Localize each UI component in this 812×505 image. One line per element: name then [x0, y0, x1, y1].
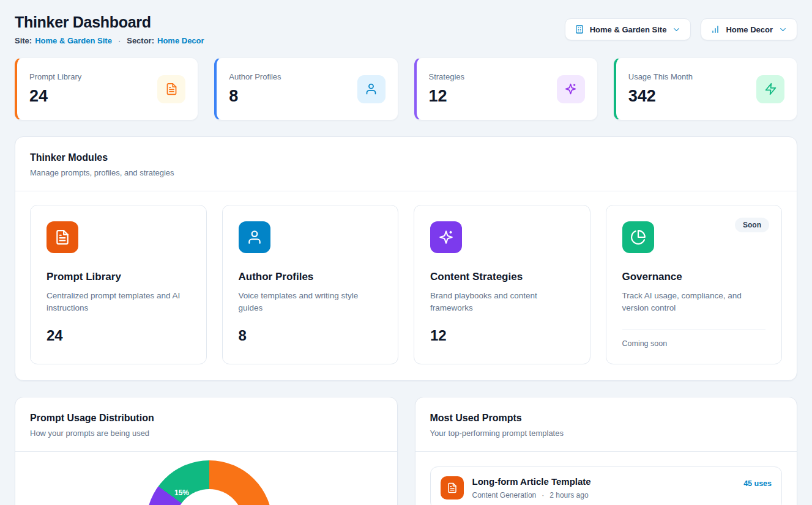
stat-label: Usage This Month: [628, 72, 693, 81]
stat-card-usage: Usage This Month 342: [614, 57, 797, 120]
prompt-item-time: 2 hours ago: [549, 491, 588, 499]
most-used-header: Most Used Prompts Your top-performing pr…: [415, 397, 797, 452]
prompt-item-uses: 45 uses: [743, 479, 772, 488]
usage-title: Prompt Usage Distribution: [30, 413, 382, 424]
module-description: Voice templates and writing style guides: [239, 290, 382, 315]
bottom-row: Prompt Usage Distribution How your promp…: [15, 397, 797, 505]
donut-slice-label: 15%: [174, 488, 189, 497]
module-description: Track AI usage, compliance, and version …: [622, 290, 766, 315]
prompt-item-category: Content Generation: [472, 491, 537, 499]
module-card-governance: Soon Governance Track AI usage, complian…: [606, 205, 783, 364]
header-selectors: Home & Garden Site Home Decor: [565, 18, 797, 40]
prompt-list-item[interactable]: Long-form Article Template Content Gener…: [430, 466, 783, 505]
usage-distribution-panel: Prompt Usage Distribution How your promp…: [15, 397, 398, 505]
stat-text: Prompt Library 24: [29, 72, 81, 106]
building-icon: [575, 24, 584, 34]
breadcrumb-separator: ·: [118, 36, 121, 45]
chevron-down-icon: [778, 25, 788, 34]
stat-card-prompt-library: Prompt Library 24: [15, 57, 198, 120]
sparkles-icon: [430, 221, 462, 253]
stat-card-author-profiles: Author Profiles 8: [214, 57, 398, 120]
module-count: 24: [47, 327, 190, 344]
prompt-item-meta: Content Generation · 2 hours ago: [472, 491, 736, 499]
bar-chart-icon: [710, 24, 720, 34]
most-used-title: Most Used Prompts: [430, 413, 783, 424]
modules-grid: Prompt Library Centralized prompt templa…: [15, 191, 797, 380]
divider: [622, 330, 766, 330]
prompt-item-body: Long-form Article Template Content Gener…: [472, 476, 736, 499]
module-description: Centralized prompt templates and AI inst…: [47, 290, 190, 315]
prompt-item-title: Long-form Article Template: [472, 476, 736, 487]
file-text-icon: [157, 75, 185, 103]
sector-label: Sector:: [127, 36, 154, 45]
module-title: Governance: [622, 271, 766, 283]
modules-header: Thinker Modules Manage prompts, profiles…: [15, 137, 797, 191]
coming-soon-text: Coming soon: [622, 339, 766, 348]
file-text-icon: [441, 476, 464, 499]
site-selector-label: Home & Garden Site: [590, 25, 667, 34]
stats-row: Prompt Library 24 Author Profiles 8 Stra…: [15, 57, 797, 120]
sector-link[interactable]: Home Decor: [157, 36, 204, 45]
site-label: Site:: [15, 36, 32, 45]
chevron-down-icon: [672, 25, 681, 34]
modules-subtitle: Manage prompts, profiles, and strategies: [30, 168, 782, 177]
stat-value: 8: [229, 87, 281, 106]
sector-selector-button[interactable]: Home Decor: [701, 18, 797, 40]
module-card-author-profiles[interactable]: Author Profiles Voice templates and writ…: [222, 205, 399, 364]
site-selector-button[interactable]: Home & Garden Site: [565, 18, 691, 40]
module-count: 8: [239, 327, 382, 344]
stat-value: 12: [429, 87, 465, 106]
page-title: Thinker Dashboard: [15, 13, 204, 31]
stat-label: Strategies: [429, 72, 465, 81]
module-count: 12: [430, 327, 574, 344]
user-icon: [239, 221, 270, 253]
soon-badge: Soon: [735, 218, 769, 232]
top-bar: Thinker Dashboard Site: Home & Garden Si…: [15, 13, 797, 45]
usage-donut: 15%: [146, 460, 272, 505]
user-icon: [357, 75, 386, 103]
meta-separator: ·: [542, 491, 544, 499]
usage-chart-area: 15%: [15, 452, 397, 505]
module-card-prompt-library[interactable]: Prompt Library Centralized prompt templa…: [30, 205, 207, 364]
stat-card-strategies: Strategies 12: [414, 57, 598, 120]
file-text-icon: [47, 221, 78, 253]
thinker-modules-panel: Thinker Modules Manage prompts, profiles…: [15, 136, 797, 381]
dashboard-page: Thinker Dashboard Site: Home & Garden Si…: [0, 0, 812, 505]
sparkles-icon: [557, 75, 585, 103]
most-used-prompts-panel: Most Used Prompts Your top-performing pr…: [415, 397, 798, 505]
header-left: Thinker Dashboard Site: Home & Garden Si…: [15, 13, 204, 45]
pie-chart-icon: [622, 221, 654, 253]
stat-text: Strategies 12: [429, 72, 465, 106]
module-title: Prompt Library: [47, 271, 190, 283]
breadcrumb: Site: Home & Garden Site · Sector: Home …: [15, 36, 204, 45]
stat-text: Usage This Month 342: [628, 72, 693, 106]
usage-subtitle: How your prompts are being used: [30, 429, 382, 438]
site-link[interactable]: Home & Garden Site: [35, 36, 112, 45]
zap-icon: [756, 75, 784, 103]
prompt-list: Long-form Article Template Content Gener…: [415, 452, 797, 505]
stat-label: Author Profiles: [229, 72, 281, 81]
module-title: Content Strategies: [430, 271, 574, 283]
most-used-subtitle: Your top-performing prompt templates: [430, 429, 783, 438]
sector-selector-label: Home Decor: [726, 25, 773, 34]
stat-value: 24: [29, 87, 81, 106]
stat-value: 342: [628, 87, 693, 106]
module-description: Brand playbooks and content frameworks: [430, 290, 574, 315]
stat-label: Prompt Library: [29, 72, 81, 81]
usage-header: Prompt Usage Distribution How your promp…: [15, 397, 397, 452]
module-card-content-strategies[interactable]: Content Strategies Brand playbooks and c…: [414, 205, 590, 364]
modules-title: Thinker Modules: [30, 152, 782, 163]
module-title: Author Profiles: [239, 271, 382, 283]
stat-text: Author Profiles 8: [229, 72, 281, 106]
